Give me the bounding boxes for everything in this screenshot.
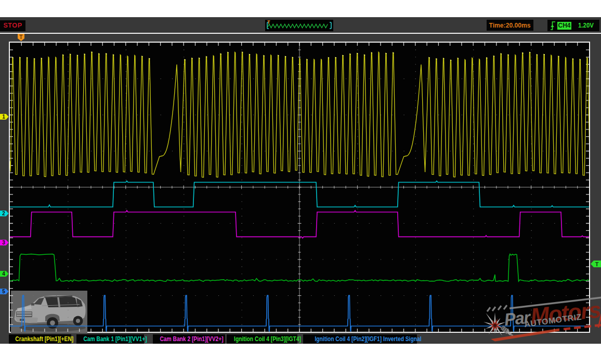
svg-text:4: 4 — [2, 271, 5, 277]
svg-text:T: T — [595, 261, 599, 267]
svg-text:2: 2 — [2, 211, 5, 216]
svg-text:5: 5 — [2, 289, 5, 294]
svg-text:3: 3 — [2, 240, 5, 245]
svg-text:1: 1 — [2, 114, 5, 120]
